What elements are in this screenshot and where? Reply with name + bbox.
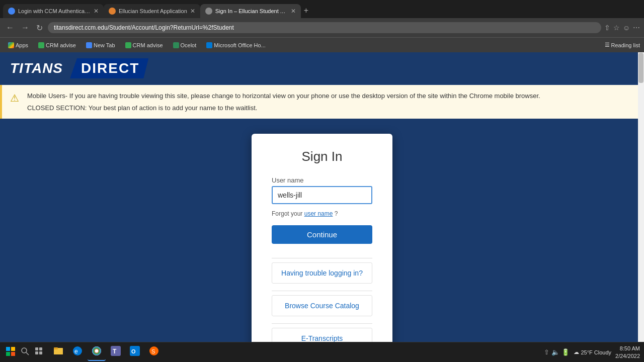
username-input[interactable] [272, 186, 372, 204]
tray-battery-icon[interactable]: 🔋 [561, 348, 570, 356]
tray-icons: ⇧ 🔈 🔋 [544, 348, 570, 356]
bookmark-newtab[interactable]: New Tab [82, 41, 119, 49]
tab-3[interactable]: Sign In – Ellucian Student Applic... ✕ [200, 4, 301, 18]
signin-card: Sign In User name Forgot your user name … [252, 134, 392, 342]
site-header: TITANS DIRECT [0, 52, 644, 85]
newtab-icon [86, 42, 92, 48]
crm-icon-2 [125, 42, 131, 48]
tab-3-favicon [205, 8, 212, 15]
logo: TITANS DIRECT [10, 57, 148, 79]
svg-line-5 [26, 352, 29, 355]
svg-text:T: T [113, 348, 117, 355]
weather-icon: ☁ [574, 349, 579, 355]
address-bar-row: ← → ↻ ⇧ ☆ ☺ ⋯ [0, 18, 644, 37]
username-group: User name [272, 176, 372, 204]
svg-rect-2 [6, 352, 10, 356]
bookmarks-bar: Apps CRM advise New Tab CRM advise Ocelo… [0, 37, 644, 52]
msoffice-icon [206, 42, 212, 48]
taskbar-edge[interactable]: e [68, 344, 87, 361]
address-input[interactable] [48, 22, 601, 33]
tab-2[interactable]: Ellucian Student Application ✕ [104, 4, 200, 18]
warning-text: Mobile Users- If you are having trouble … [27, 91, 634, 113]
taskbar-extra[interactable]: S [145, 344, 163, 361]
bookmark-crm2[interactable]: CRM advise [121, 41, 167, 49]
ocelot-icon [173, 42, 179, 48]
svg-rect-7 [39, 347, 42, 350]
tab-2-favicon [109, 8, 116, 15]
clock-date: 2/24/2022 [615, 352, 640, 359]
tray-network-icon[interactable]: ⇧ [544, 348, 549, 356]
continue-button[interactable]: Continue [272, 225, 372, 244]
tab-1-label: Login with CCM Authentication [18, 8, 91, 14]
svg-text:S: S [151, 348, 155, 354]
tab-1-favicon [8, 8, 15, 15]
taskbar-apps: e T O S [49, 344, 163, 361]
tab-3-close[interactable]: ✕ [291, 8, 296, 15]
taskbar-outlook[interactable]: O [126, 344, 144, 361]
svg-text:e: e [74, 348, 78, 355]
warning-banner: ⚠ Mobile Users- If you are having troubl… [0, 85, 644, 119]
page-inner: TITANS DIRECT ⚠ Mobile Users- If you are… [0, 52, 644, 342]
task-view-button[interactable] [33, 345, 45, 359]
scrollbar[interactable] [638, 52, 644, 342]
tab-2-label: Ellucian Student Application [119, 8, 187, 14]
reading-list-icon: ☰ [605, 42, 610, 48]
refresh-button[interactable]: ↻ [34, 22, 45, 34]
forgot-prefix: Forgot your [272, 210, 304, 217]
reading-list-label: Reading list [611, 42, 640, 48]
trouble-logging-link[interactable]: Having trouble logging in? [272, 262, 372, 284]
profile-icon[interactable]: ☺ [623, 24, 630, 32]
forgot-text: Forgot your user name ? [272, 210, 372, 217]
system-tray: ⇧ 🔈 🔋 ☁ 25°F Cloudy 8:50 AM 2/24/2022 [544, 345, 640, 359]
weather-text: 25°F Cloudy [581, 349, 611, 355]
svg-rect-0 [6, 347, 10, 351]
tab-2-close[interactable]: ✕ [190, 8, 195, 15]
page-frame: TITANS DIRECT ⚠ Mobile Users- If you are… [0, 52, 644, 342]
svg-rect-6 [35, 347, 38, 350]
share-icon[interactable]: ⇧ [604, 24, 610, 32]
signin-title: Sign In [272, 149, 372, 164]
taskbar-chrome[interactable] [88, 344, 106, 361]
reading-list-button[interactable]: ☰ Reading list [605, 42, 640, 48]
svg-point-17 [95, 349, 99, 352]
toolbar-icons: ⇧ ☆ ☺ ⋯ [604, 24, 640, 32]
bookmark-msoffice[interactable]: Microsoft Office Ho... [202, 41, 270, 49]
taskbar-teams[interactable]: T [107, 344, 125, 361]
svg-rect-11 [54, 349, 63, 354]
warning-line2: CLOSED SECTION: Your best plan of action… [27, 103, 634, 113]
new-tab-button[interactable]: + [301, 6, 311, 15]
star-icon[interactable]: ☆ [613, 24, 620, 32]
browse-catalog-link[interactable]: Browse Course Catalog [272, 295, 372, 316]
bookmark-apps[interactable]: Apps [4, 41, 32, 49]
taskbar: e T O S ⇧ 🔈 🔋 ☁ 25°F Cloudy [0, 342, 644, 362]
forgot-suffix: ? [333, 210, 338, 217]
bookmark-crm2-label: CRM advise [133, 42, 163, 48]
svg-rect-8 [35, 351, 38, 354]
back-button[interactable]: ← [4, 22, 16, 33]
weather-widget: ☁ 25°F Cloudy [574, 349, 611, 355]
main-area: Sign In User name Forgot your user name … [0, 119, 644, 342]
warning-icon: ⚠ [10, 92, 19, 104]
start-button[interactable] [4, 345, 17, 359]
logo-direct: DIRECT [70, 58, 148, 78]
menu-icon[interactable]: ⋯ [633, 24, 640, 32]
logo-titans: TITANS [10, 60, 63, 76]
tab-3-label: Sign In – Ellucian Student Applic... [215, 8, 288, 14]
crm-icon-1 [38, 42, 44, 48]
divider-2 [272, 291, 372, 291]
forward-button[interactable]: → [19, 22, 31, 33]
bookmark-ocelot[interactable]: Ocelot [169, 41, 201, 49]
search-button[interactable] [19, 345, 31, 359]
apps-icon [8, 42, 14, 48]
taskbar-file-explorer[interactable] [49, 344, 67, 361]
tab-1-close[interactable]: ✕ [94, 8, 99, 15]
forgot-username-link[interactable]: user name [304, 210, 333, 217]
divider-1 [272, 258, 372, 258]
tab-1[interactable]: Login with CCM Authentication ✕ [3, 4, 104, 18]
bookmark-msoffice-label: Microsoft Office Ho... [214, 42, 266, 48]
warning-line1: Mobile Users- If you are having trouble … [27, 91, 634, 101]
etranscripts-link[interactable]: E-Transcripts [272, 328, 372, 342]
scrollbar-thumb[interactable] [638, 53, 643, 83]
tray-volume-icon[interactable]: 🔈 [551, 348, 559, 356]
bookmark-crm1[interactable]: CRM advise [34, 41, 80, 49]
